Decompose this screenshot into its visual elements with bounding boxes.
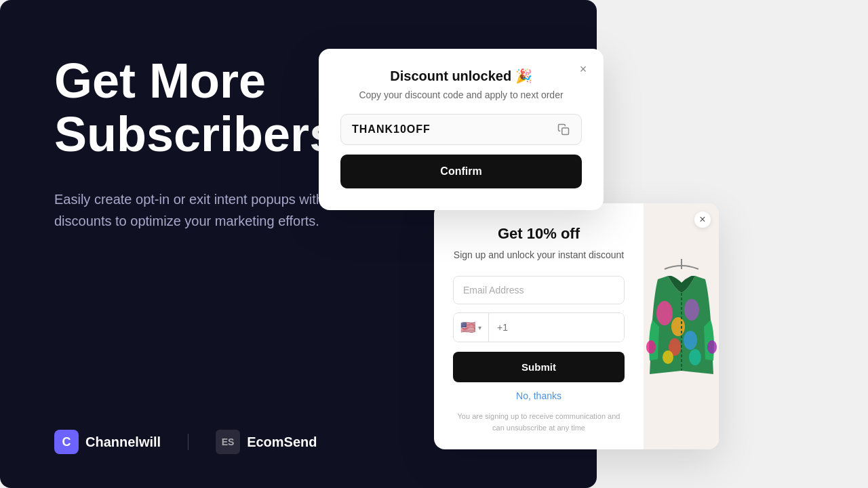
optin-form-section: Get 10% off Sign up and unlock your inst… bbox=[434, 203, 644, 449]
fine-print: You are signing up to receive communicat… bbox=[453, 411, 625, 433]
svg-rect-0 bbox=[562, 128, 569, 135]
optin-subtitle: Sign up and unlock your instant discount bbox=[453, 248, 625, 262]
right-panel: × Discount unlocked 🎉 Copy your discount… bbox=[597, 0, 868, 488]
popup-close-button[interactable]: × bbox=[694, 211, 711, 228]
product-section: × bbox=[644, 203, 719, 449]
optin-popup: Get 10% off Sign up and unlock your inst… bbox=[434, 203, 719, 449]
discount-code-field: THANK10OFF bbox=[340, 114, 582, 145]
optin-title: Get 10% off bbox=[453, 225, 625, 243]
channelwill-brand: C Channelwill bbox=[54, 430, 161, 454]
svg-point-7 bbox=[663, 350, 673, 364]
brand-divider bbox=[188, 434, 189, 450]
discount-modal-close[interactable]: × bbox=[574, 60, 593, 79]
flag-emoji: 🇺🇸 bbox=[460, 320, 475, 335]
discount-code: THANK10OFF bbox=[352, 123, 557, 136]
phone-input[interactable] bbox=[489, 313, 624, 342]
email-input[interactable] bbox=[453, 276, 625, 304]
svg-point-2 bbox=[656, 301, 673, 325]
ecomsend-brand: ES EcomSend bbox=[216, 430, 317, 454]
discount-modal-title: Discount unlocked 🎉 bbox=[340, 68, 582, 84]
confirm-button[interactable]: Confirm bbox=[340, 155, 582, 188]
svg-point-4 bbox=[684, 299, 699, 321]
ecomsend-label: EcomSend bbox=[247, 434, 317, 450]
channelwill-label: Channelwill bbox=[85, 434, 161, 450]
channelwill-icon: C bbox=[54, 430, 79, 454]
ecomsend-icon: ES bbox=[216, 430, 240, 454]
phone-row: 🇺🇸 ▾ bbox=[453, 312, 625, 342]
product-image bbox=[644, 252, 719, 401]
flag-select[interactable]: 🇺🇸 ▾ bbox=[454, 313, 489, 342]
discount-modal-subtitle: Copy your discount code and apply to nex… bbox=[340, 89, 582, 100]
submit-button[interactable]: Submit bbox=[453, 352, 625, 382]
svg-point-8 bbox=[689, 349, 701, 365]
copy-icon[interactable] bbox=[557, 123, 570, 136]
svg-point-3 bbox=[671, 317, 685, 336]
discount-modal: × Discount unlocked 🎉 Copy your discount… bbox=[319, 49, 604, 210]
svg-point-10 bbox=[707, 340, 717, 354]
svg-point-6 bbox=[684, 331, 697, 350]
hero-subtitle: Easily create opt-in or exit intent popu… bbox=[54, 188, 339, 232]
svg-point-9 bbox=[646, 340, 656, 354]
no-thanks-link[interactable]: No, thanks bbox=[453, 390, 625, 401]
chevron-down-icon: ▾ bbox=[478, 324, 481, 331]
